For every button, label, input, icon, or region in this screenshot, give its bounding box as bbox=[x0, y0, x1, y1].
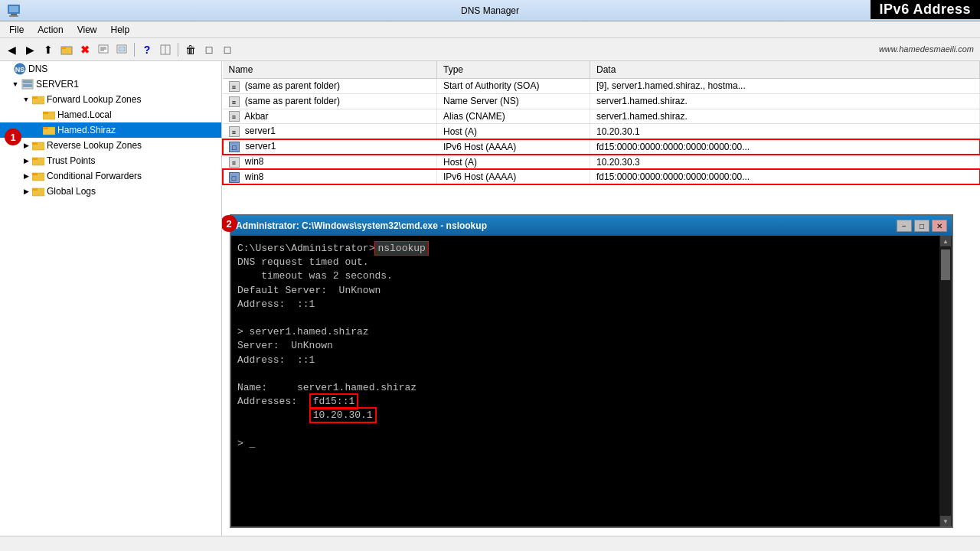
properties-button[interactable] bbox=[95, 41, 112, 58]
row5-name: ≡ win8 bbox=[223, 155, 437, 170]
cmd-line-2: timeout was 2 seconds. bbox=[237, 269, 938, 283]
scroll-up-arrow[interactable]: ▲ bbox=[940, 236, 951, 246]
export-button[interactable] bbox=[113, 41, 130, 58]
cmd-cursor: _ bbox=[250, 438, 256, 449]
cmd-line-4: Address: ::1 bbox=[237, 298, 938, 311]
table-row[interactable]: ≡ Akbar Alias (CNAME) server1.hamed.shir… bbox=[223, 109, 980, 124]
title-bar-text: DNS Manager bbox=[461, 5, 519, 16]
scroll-thumb[interactable] bbox=[941, 249, 950, 280]
row2-type: Alias (CNAME) bbox=[437, 109, 590, 124]
menu-view[interactable]: View bbox=[71, 23, 103, 37]
sidebar-item-hamed-local[interactable]: Hamed.Local bbox=[0, 107, 221, 122]
right-panel: Name Type Data ≡ (same as parent folder)… bbox=[222, 61, 980, 536]
title-bar: DNS Manager IPv6 Address bbox=[0, 0, 980, 21]
sidebar-item-forward-lookup[interactable]: ▼ Forward Lookup Zones bbox=[0, 92, 221, 107]
sidebar-label-hamed-shiraz: Hamed.Shiraz bbox=[57, 125, 116, 135]
delete2-button[interactable]: 🗑 bbox=[182, 41, 199, 58]
svg-rect-32 bbox=[32, 173, 38, 175]
cmd-line-6: > server1.hamed.shiraz bbox=[237, 325, 938, 339]
cmd-line-1: DNS request timed out. bbox=[237, 256, 938, 269]
folder-trust-icon bbox=[32, 155, 44, 167]
delete-button[interactable]: ✖ bbox=[77, 41, 93, 58]
dns-icon: NS bbox=[14, 63, 26, 75]
cmd-line-0: C:\Users\Administrator>nslookup bbox=[237, 242, 938, 256]
svg-rect-22 bbox=[32, 96, 38, 99]
sidebar-item-reverse-lookup[interactable]: ▶ Reverse Lookup Zones bbox=[0, 138, 221, 153]
sidebar-item-trust-points[interactable]: ▶ Trust Points bbox=[0, 153, 221, 168]
row6-data: fd15:0000:0000:0000:0000:0000:00... bbox=[590, 169, 980, 184]
table-row-server1-ipv6[interactable]: □ server1 IPv6 Host (AAAA) fd15:0000:000… bbox=[223, 139, 980, 155]
row1-name: ≡ (same as parent folder) bbox=[223, 93, 437, 109]
folder-conditional-icon bbox=[32, 170, 44, 182]
sidebar-label-reverse: Reverse Lookup Zones bbox=[47, 140, 142, 151]
table-row[interactable]: ≡ (same as parent folder) Start of Autho… bbox=[223, 79, 980, 94]
help-button[interactable]: ? bbox=[139, 41, 155, 58]
sidebar-item-hamed-shiraz[interactable]: Hamed.Shiraz bbox=[0, 122, 221, 138]
svg-rect-34 bbox=[32, 188, 38, 191]
toolbar: ◀ ▶ ⬆ ✖ ? 🗑 □ □ bbox=[0, 38, 980, 61]
row5-type: Host (A) bbox=[437, 155, 590, 170]
sidebar-item-server1[interactable]: ▼ SERVER1 bbox=[0, 77, 221, 92]
svg-rect-26 bbox=[43, 127, 48, 129]
sidebar-label-hamed-local: Hamed.Local bbox=[57, 109, 112, 120]
cmd-nslookup-highlight: nslookup bbox=[374, 241, 428, 256]
menu-action[interactable]: Action bbox=[31, 23, 69, 37]
svg-rect-11 bbox=[119, 47, 125, 51]
expand-hamed-shiraz bbox=[32, 126, 41, 135]
row0-data: [9], server1.hamed.shiraz., hostma... bbox=[590, 79, 980, 94]
table-row[interactable]: ≡ server1 Host (A) 10.20.30.1 bbox=[223, 124, 980, 139]
view-button[interactable] bbox=[157, 41, 174, 58]
scroll-down-arrow[interactable]: ▼ bbox=[940, 516, 951, 527]
row4-type: IPv6 Host (AAAA) bbox=[437, 139, 590, 155]
up-button[interactable]: ⬆ bbox=[40, 41, 57, 58]
sidebar-item-global-logs[interactable]: ▶ Global Logs bbox=[0, 184, 221, 199]
table-row[interactable]: ≡ win8 Host (A) 10.20.30.3 bbox=[223, 155, 980, 170]
row6-name: □ win8 bbox=[223, 169, 437, 184]
folder-forward-icon bbox=[32, 93, 44, 106]
cmd-minimize-button[interactable]: − bbox=[897, 220, 912, 232]
svg-text:NS: NS bbox=[15, 66, 25, 73]
svg-rect-3 bbox=[9, 6, 18, 12]
menu-bar: File Action View Help bbox=[0, 21, 980, 38]
row0-name: ≡ (same as parent folder) bbox=[223, 79, 437, 94]
cmd-line-13 bbox=[237, 422, 938, 436]
svg-rect-24 bbox=[43, 112, 48, 114]
menu-help[interactable]: Help bbox=[105, 23, 136, 37]
row6-type: IPv6 Host (AAAA) bbox=[437, 169, 590, 184]
expand-forward: ▼ bbox=[21, 95, 31, 104]
back-button[interactable]: ◀ bbox=[3, 41, 20, 58]
menu-file[interactable]: File bbox=[3, 23, 30, 37]
svg-point-19 bbox=[31, 81, 32, 83]
expand-conditional: ▶ bbox=[21, 171, 31, 181]
sidebar-item-conditional-forwarders[interactable]: ▶ Conditional Forwarders bbox=[0, 168, 221, 184]
folder-hamed-local-icon bbox=[43, 109, 55, 121]
cmd-controls: − □ ✕ bbox=[897, 220, 947, 232]
row1-type: Name Server (NS) bbox=[437, 93, 590, 109]
row1-data: server1.hamed.shiraz. bbox=[590, 93, 980, 109]
addr-ip-highlight: 10.20.30.1 bbox=[309, 407, 377, 423]
sidebar-label-conditional: Conditional Forwarders bbox=[47, 171, 142, 181]
record-icon-4: □ bbox=[229, 142, 240, 152]
square2-button[interactable]: □ bbox=[219, 41, 236, 58]
sidebar-label-forward: Forward Lookup Zones bbox=[47, 94, 141, 105]
folder-button[interactable] bbox=[58, 41, 75, 58]
sidebar-label-dns: DNS bbox=[28, 64, 47, 74]
table-row[interactable]: ≡ (same as parent folder) Name Server (N… bbox=[223, 93, 980, 109]
cmd-maximize-button[interactable]: □ bbox=[914, 220, 929, 232]
expand-global: ▶ bbox=[21, 187, 31, 196]
status-bar bbox=[0, 536, 980, 551]
cmd-line-14: > _ bbox=[237, 437, 938, 451]
square1-button[interactable]: □ bbox=[201, 41, 217, 58]
svg-rect-5 bbox=[61, 47, 66, 49]
folder-global-icon bbox=[32, 185, 44, 197]
record-icon-2: ≡ bbox=[229, 111, 240, 122]
cmd-scrollbar: ▲ ▼ bbox=[939, 236, 952, 527]
table-row-win8-ipv6[interactable]: □ win8 IPv6 Host (AAAA) fd15:0000:0000:0… bbox=[223, 169, 980, 184]
sidebar-item-dns[interactable]: NS DNS bbox=[0, 61, 221, 77]
toolbar-separator-2 bbox=[178, 43, 178, 57]
record-icon-5: ≡ bbox=[229, 157, 240, 168]
forward-button[interactable]: ▶ bbox=[21, 41, 38, 58]
website-text: www.hamedesmaeili.com bbox=[879, 44, 974, 54]
cmd-close-button[interactable]: ✕ bbox=[932, 220, 947, 232]
server1-icon bbox=[21, 78, 34, 90]
